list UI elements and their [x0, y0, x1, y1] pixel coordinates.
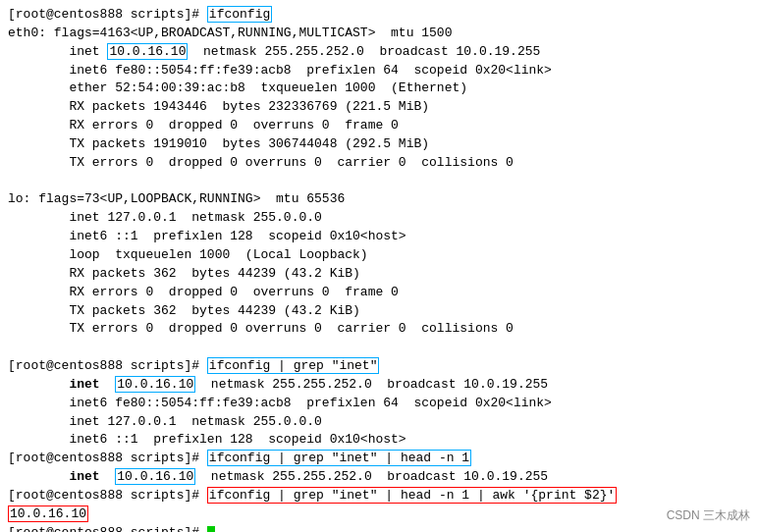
prompt-1: [root@centos888 scripts]#: [8, 7, 207, 22]
ip-awk-result: 10.0.16.10: [8, 505, 88, 522]
line-eth0-rx-packets: RX packets 1943446 bytes 232336769 (221.…: [8, 98, 750, 117]
line-eth0-tx-packets: TX packets 1919010 bytes 306744048 (292.…: [8, 135, 750, 154]
cmd-awk: ifconfig | grep "inet" | head -n 1 | awk…: [207, 487, 617, 504]
line-cursor: [root@centos888 scripts]#: [8, 524, 750, 532]
line-lo-loop: loop txqueuelen 1000 (Local Loopback): [8, 246, 750, 265]
line-eth0-flags: eth0: flags=4163<UP,BROADCAST,RUNNING,MU…: [8, 25, 750, 43]
line-head-cmd: [root@centos888 scripts]# ifconfig | gre…: [8, 450, 750, 468]
ip-grep-1: 10.0.16.10: [115, 376, 195, 393]
blank-2: [8, 339, 750, 357]
prompt-4: [root@centos888 scripts]#: [8, 488, 207, 503]
line-eth0-ether: ether 52:54:00:39:ac:b8 txqueuelen 1000 …: [8, 80, 750, 98]
line-awk-out: 10.0.16.10: [8, 505, 750, 524]
ip-head-1: 10.0.16.10: [115, 468, 195, 485]
ip-eth0: 10.0.16.10: [107, 43, 188, 60]
prompt-5: [root@centos888 scripts]#: [8, 525, 207, 532]
line-lo-tx-packets: TX packets 362 bytes 44239 (43.2 KiB): [8, 302, 750, 321]
watermark: CSDN 三木成林: [667, 507, 750, 524]
line-lo-inet6: inet6 ::1 prefixlen 128 scopeid 0x10<hos…: [8, 228, 750, 246]
line-head-out: inet 10.0.16.10 netmask 255.255.252.0 br…: [8, 468, 750, 487]
line-lo-rx-errors: RX errors 0 dropped 0 overruns 0 frame 0: [8, 284, 750, 302]
bold-inet-label: inet: [69, 377, 99, 392]
line-grep-inet-out1: inet 10.0.16.10 netmask 255.255.252.0 br…: [8, 376, 750, 395]
prompt-2: [root@centos888 scripts]#: [8, 358, 207, 373]
cmd-ifconfig: ifconfig: [207, 6, 272, 23]
line-lo-inet: inet 127.0.0.1 netmask 255.0.0.0: [8, 209, 750, 228]
line-grep-inet-out4: inet6 ::1 prefixlen 128 scopeid 0x10<hos…: [8, 431, 750, 450]
blank-1: [8, 173, 750, 191]
line-eth0-tx-errors: TX errors 0 dropped 0 overruns 0 carrier…: [8, 154, 750, 173]
line-awk-cmd: [root@centos888 scripts]# ifconfig | gre…: [8, 487, 750, 505]
line-grep-inet-out3: inet 127.0.0.1 netmask 255.0.0.0: [8, 413, 750, 432]
line-eth0-rx-errors: RX errors 0 dropped 0 overruns 0 frame 0: [8, 117, 750, 135]
line-grep-inet-cmd: [root@centos888 scripts]# ifconfig | gre…: [8, 357, 750, 376]
cmd-grep-inet: ifconfig | grep "inet": [207, 357, 380, 374]
line-lo-flags: lo: flags=73<UP,LOOPBACK,RUNNING> mtu 65…: [8, 190, 750, 209]
prompt-3: [root@centos888 scripts]#: [8, 451, 207, 465]
terminal-window: [root@centos888 scripts]# ifconfig eth0:…: [0, 0, 758, 532]
line-grep-inet-out2: inet6 fe80::5054:ff:fe39:acb8 prefixlen …: [8, 395, 750, 413]
line-lo-tx-errors: TX errors 0 dropped 0 overruns 0 carrier…: [8, 320, 750, 339]
line-lo-rx-packets: RX packets 362 bytes 44239 (43.2 KiB): [8, 265, 750, 284]
bold-inet-label-2: inet: [69, 469, 99, 484]
cmd-head: ifconfig | grep "inet" | head -n 1: [207, 450, 471, 466]
line-eth0-inet6: inet6 fe80::5054:ff:fe39:acb8 prefixlen …: [8, 62, 750, 80]
cursor: [207, 526, 215, 532]
line-eth0-inet: inet 10.0.16.10 netmask 255.255.252.0 br…: [8, 43, 750, 62]
line-1: [root@centos888 scripts]# ifconfig: [8, 6, 750, 25]
